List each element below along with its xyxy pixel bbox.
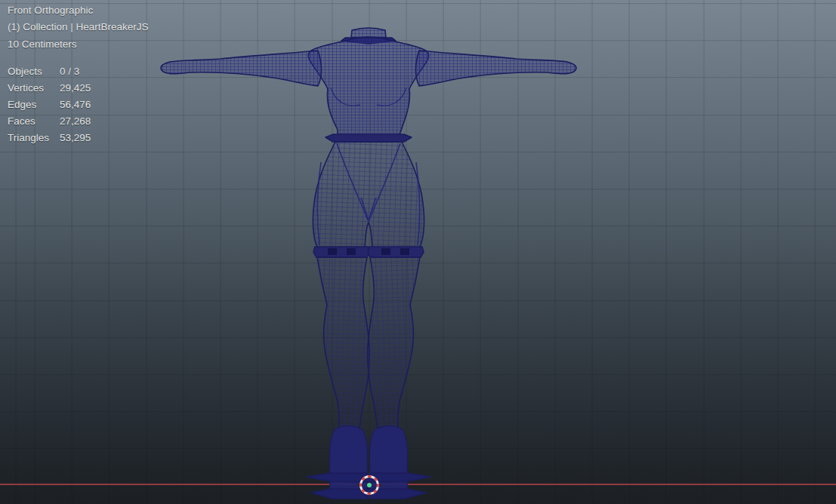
model-belt — [325, 134, 412, 142]
stat-row-faces: Faces 27,268 — [8, 113, 149, 130]
grid-scale: 10 Centimeters — [8, 36, 149, 53]
stat-label: Edges — [8, 97, 60, 113]
view-name: Front Orthographic — [8, 2, 149, 19]
stat-label: Vertices — [8, 80, 60, 97]
model-collar — [351, 28, 386, 38]
model-thigh-band-buckle — [347, 248, 356, 255]
3d-viewport[interactable]: Front Orthographic (1) Collection | Hear… — [0, 0, 836, 504]
scene-statistics: Objects 0 / 3 Vertices 29,425 Edges 56,4… — [8, 63, 149, 146]
stat-row-triangles: Triangles 53,295 — [8, 130, 149, 146]
stat-value: 29,425 — [60, 80, 91, 97]
stat-value: 0 / 3 — [60, 63, 79, 80]
stat-value: 56,476 — [60, 97, 91, 113]
stat-value: 27,268 — [60, 113, 91, 130]
model-leg — [317, 257, 369, 428]
stat-label: Faces — [8, 113, 60, 130]
stat-row-vertices: Vertices 29,425 — [8, 80, 149, 97]
model-thigh-band — [313, 247, 369, 257]
stat-label: Objects — [8, 63, 60, 80]
stat-value: 53,295 — [60, 130, 91, 146]
stat-row-objects: Objects 0 / 3 — [8, 63, 149, 80]
object-origin-dot — [367, 483, 372, 487]
viewport-hud: Front Orthographic (1) Collection | Hear… — [8, 2, 149, 146]
model-arm — [161, 51, 322, 86]
stat-label: Triangles — [8, 130, 60, 146]
stat-row-edges: Edges 56,476 — [8, 97, 149, 113]
model-thigh-band-buckle — [328, 248, 337, 255]
model-torso — [308, 37, 429, 135]
collection-breadcrumb: (1) Collection | HeartBreakerJS — [8, 19, 149, 35]
